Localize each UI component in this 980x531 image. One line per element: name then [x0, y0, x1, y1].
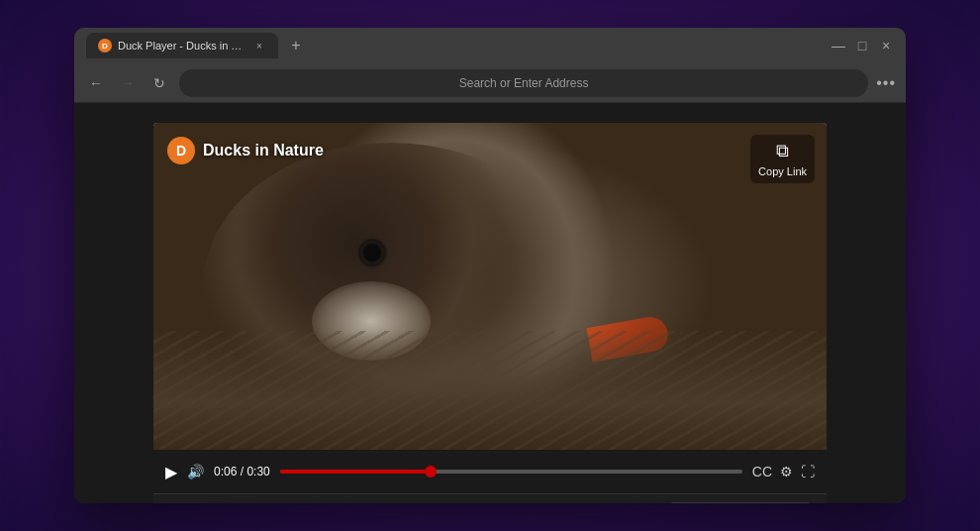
- video-title-overlay: D Ducks in Nature: [167, 137, 324, 164]
- tab-area: D Duck Player - Ducks in Natur... × +: [86, 33, 823, 58]
- captions-button[interactable]: CC: [752, 464, 772, 479]
- title-bar: D Duck Player - Ducks in Natur... × + — …: [74, 28, 906, 63]
- fullscreen-button[interactable]: ⛶: [801, 464, 815, 479]
- minimize-button[interactable]: —: [831, 38, 846, 53]
- settings-button[interactable]: ⚙: [780, 464, 793, 479]
- duck-video-image: [153, 123, 827, 450]
- menu-button[interactable]: •••: [876, 74, 896, 92]
- copy-link-button[interactable]: ⧉ Copy Link: [750, 135, 815, 183]
- browser-window: D Duck Player - Ducks in Natur... × + — …: [74, 28, 906, 503]
- active-tab[interactable]: D Duck Player - Ducks in Natur... ×: [86, 33, 278, 58]
- progress-fill: [280, 470, 433, 474]
- copy-link-icon: ⧉: [776, 141, 789, 161]
- back-button[interactable]: ←: [84, 71, 108, 95]
- watch-on-youtube-button[interactable]: ↗ Watch on YouTube: [668, 502, 813, 503]
- bottom-bar: D Duck Player i Always open YouTube vide…: [153, 493, 827, 503]
- close-button[interactable]: ×: [878, 38, 894, 53]
- duck-body: [153, 331, 827, 450]
- time-current: 0:06: [214, 465, 237, 478]
- player-settings-button[interactable]: ⚙: [629, 503, 656, 504]
- time-display: 0:06 / 0:30: [214, 465, 270, 478]
- progress-bar[interactable]: [280, 470, 742, 474]
- content-area: D Ducks in Nature ⧉ Copy Link ▶ 🔊 0:06 /…: [74, 103, 906, 503]
- new-tab-button[interactable]: +: [284, 34, 308, 57]
- video-frame[interactable]: D Ducks in Nature ⧉ Copy Link: [153, 123, 827, 450]
- tab-close-button[interactable]: ×: [252, 39, 266, 53]
- forward-button: →: [116, 71, 140, 95]
- address-placeholder: Search or Enter Address: [459, 76, 589, 90]
- video-title: Ducks in Nature: [203, 142, 324, 159]
- copy-link-label: Copy Link: [758, 165, 807, 177]
- tab-title: Duck Player - Ducks in Natur...: [118, 40, 246, 52]
- volume-button[interactable]: 🔊: [187, 464, 204, 479]
- tab-favicon: D: [98, 39, 112, 53]
- time-total: 0:30: [246, 465, 269, 478]
- maximize-button[interactable]: □: [854, 38, 870, 53]
- controls-bar: ▶ 🔊 0:06 / 0:30 CC ⚙ ⛶: [153, 450, 827, 493]
- video-player: D Ducks in Nature ⧉ Copy Link ▶ 🔊 0:06 /…: [153, 123, 827, 503]
- right-controls: CC ⚙ ⛶: [752, 464, 815, 479]
- nav-bar: ← → ↻ Search or Enter Address •••: [74, 63, 906, 103]
- address-bar[interactable]: Search or Enter Address: [179, 69, 868, 97]
- duck-eye: [361, 242, 383, 264]
- progress-handle: [425, 466, 437, 478]
- ddg-logo-icon: D: [167, 137, 195, 164]
- window-controls: — □ ×: [831, 38, 894, 53]
- reload-button[interactable]: ↻: [147, 71, 171, 95]
- play-button[interactable]: ▶: [165, 463, 177, 481]
